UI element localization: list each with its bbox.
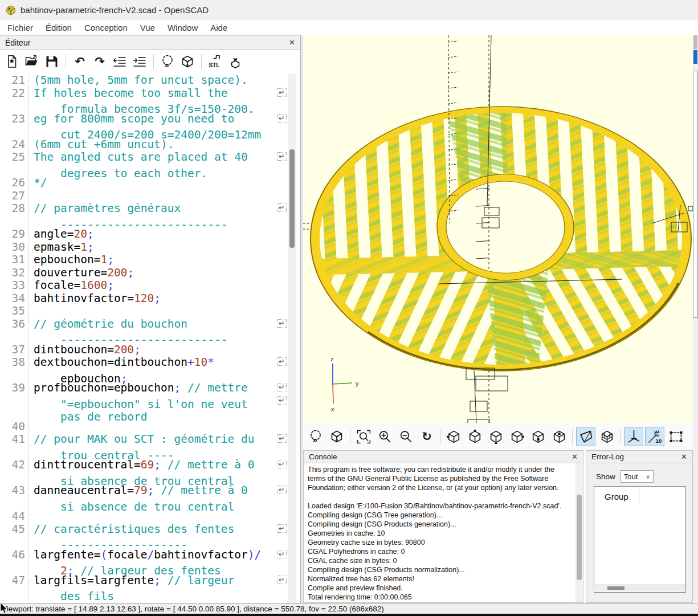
code-row[interactable]: 28// paramètres généraux↵ xyxy=(0,202,288,215)
code-row[interactable]: 22If holes become too small the↵ xyxy=(0,87,288,100)
console-output[interactable]: This program is free software; you can r… xyxy=(304,463,575,602)
zoom-all-button[interactable] xyxy=(354,427,373,446)
render-canvas[interactable]: zyx xyxy=(303,35,693,423)
close-icon[interactable]: ✕ xyxy=(681,452,687,461)
code-row[interactable]: ------------------------- xyxy=(0,215,288,229)
errorlog-filter-select[interactable]: Tout ∨ xyxy=(621,470,654,483)
right-strip-gray-thumb[interactable] xyxy=(693,35,697,49)
code-row[interactable]: 30epmask=1; xyxy=(0,241,288,254)
code-row[interactable]: 45// caractéristiques des fentes↵ xyxy=(0,523,288,536)
code-row[interactable]: 25The angled cuts are placed at 40↵ xyxy=(0,151,288,164)
close-icon[interactable]: ✕ xyxy=(572,452,578,461)
code-row[interactable]: 46largfente=(focale/bahtinovfactor)/↵ xyxy=(0,549,288,562)
code-row[interactable]: formula becomes 3f/s=150-200. xyxy=(0,100,288,113)
show-scale-markers-button[interactable]: 10 xyxy=(645,427,664,446)
preview-button[interactable]: » xyxy=(159,53,176,70)
line-number: 33 xyxy=(0,279,29,292)
console-scrollbar-thumb[interactable] xyxy=(577,495,582,580)
code-row[interactable]: 33focale=1600; xyxy=(0,279,288,292)
close-icon[interactable]: ✕ xyxy=(289,38,295,47)
code-row[interactable]: 39profbouchon=epbouchon; // mettre↵ xyxy=(0,382,288,395)
orthographic-button[interactable] xyxy=(597,427,617,446)
code-rows[interactable]: 21(5mm hole, 5mm for uncut space).22If h… xyxy=(0,74,288,603)
render-button[interactable] xyxy=(327,427,346,446)
code-row[interactable]: epbouchon; xyxy=(0,369,288,382)
code-row[interactable]: 24(6mm cut +6mm uncut). xyxy=(0,138,288,152)
toolbar-separator xyxy=(572,429,573,444)
editor-scrollbar-thumb[interactable] xyxy=(289,149,295,248)
code-row[interactable]: 2; // largeur des fentes xyxy=(0,561,288,574)
code-row[interactable]: 37dintbouchon=200; xyxy=(0,344,288,357)
code-row[interactable]: "=epbouchon" si l'on ne veut↵ xyxy=(0,395,288,408)
errorlog-hscrollbar[interactable] xyxy=(595,584,685,591)
view-bottom-button[interactable] xyxy=(486,427,505,446)
code-row[interactable]: 40 xyxy=(0,421,288,434)
code-row[interactable]: 42dinttroucentral=69; // mettre à 0↵ xyxy=(0,459,288,472)
reset-view-button[interactable]: ↻ xyxy=(417,427,436,446)
code-row[interactable]: cut 2400/s=200 s=2400/200=12mm xyxy=(0,125,288,138)
code-row[interactable]: ------------------------- xyxy=(0,331,288,344)
perspective-button[interactable] xyxy=(576,427,595,446)
code-row[interactable]: 29angle=20; xyxy=(0,228,288,241)
viewport-3d[interactable]: zyx xyxy=(303,35,693,423)
menu-item-window[interactable]: Window xyxy=(161,23,204,32)
code-row[interactable]: trou central ---- xyxy=(0,446,288,459)
zoom-out-button[interactable] xyxy=(396,427,415,446)
code-row[interactable]: 36// géométrie du bouchon↵ xyxy=(0,318,288,331)
code-row[interactable]: si absence de trou central xyxy=(0,497,288,511)
editor-scrollbar[interactable] xyxy=(288,74,296,603)
errorlog-table[interactable]: Group xyxy=(594,486,686,593)
console-header[interactable]: Console ✕ xyxy=(304,451,583,463)
preview-button[interactable]: » xyxy=(306,427,325,446)
zoom-in-button[interactable] xyxy=(375,427,394,446)
menu-item-fichier[interactable]: Fichier xyxy=(1,23,39,32)
code-row[interactable]: ------------------- xyxy=(0,536,288,549)
view-front-button[interactable] xyxy=(528,427,548,446)
code-row[interactable]: 34bahtinovfactor=120; xyxy=(0,292,288,305)
code-row[interactable]: 35 xyxy=(0,305,288,318)
errorlog-header[interactable]: Error-Log ✕ xyxy=(586,451,692,463)
open-button[interactable] xyxy=(23,53,40,70)
menu-item-vue[interactable]: Vue xyxy=(134,23,161,32)
right-strip-blue-thumb[interactable] xyxy=(693,50,697,64)
new-file-button[interactable]: ✱ xyxy=(3,53,21,70)
code-row[interactable]: 31epbouchon=1; xyxy=(0,254,288,267)
code-row[interactable]: des fils xyxy=(0,587,288,600)
code-row[interactable]: 21(5mm hole, 5mm for uncut space). xyxy=(0,74,288,87)
view-left-button[interactable] xyxy=(507,427,526,446)
code-row[interactable]: si absence de trou central xyxy=(0,472,288,485)
unindent-button[interactable] xyxy=(111,53,128,70)
menu-item-aide[interactable]: Aide xyxy=(204,23,234,32)
indent-button[interactable] xyxy=(131,53,148,70)
menu-item-edition[interactable]: Édition xyxy=(39,23,78,32)
view-back-button[interactable] xyxy=(549,427,569,446)
code-row[interactable]: 47largfils=largfente; // largeur↵ xyxy=(0,574,288,588)
view-top-button[interactable] xyxy=(465,427,484,446)
window-right-scroll-strip[interactable] xyxy=(693,35,698,603)
code-row[interactable]: 43danneaucentral=79; // mettre à 0↵ xyxy=(0,484,288,497)
save-button[interactable] xyxy=(43,53,60,70)
console-scrollbar[interactable] xyxy=(575,463,583,602)
code-row[interactable]: 26*/ xyxy=(0,177,288,190)
render-button[interactable] xyxy=(179,53,196,70)
code-row[interactable]: 38dextbouchon=dintbouchon+10*↵ xyxy=(0,356,288,369)
view-all-button[interactable] xyxy=(666,427,685,446)
code-row[interactable]: 27 xyxy=(0,190,288,203)
code-row[interactable]: 41// pour MAK ou SCT : géométrie du↵ xyxy=(0,433,288,446)
line-number: 43 xyxy=(0,484,29,497)
export-stl-button[interactable]: STL xyxy=(207,53,224,70)
view-right-button[interactable] xyxy=(444,427,463,446)
code-row[interactable]: 44 xyxy=(0,510,288,523)
undo-button[interactable]: ↶ xyxy=(71,53,88,70)
code-row[interactable]: 32douverture=200; xyxy=(0,267,288,280)
redo-button[interactable]: ↷ xyxy=(91,53,108,70)
show-axes-button[interactable] xyxy=(624,427,643,446)
code-row[interactable]: degrees to each other. xyxy=(0,164,288,177)
errorlog-hscrollbar-thumb[interactable] xyxy=(607,586,624,590)
menu-item-conception[interactable]: Conception xyxy=(78,23,134,32)
print-3d-button[interactable] xyxy=(227,53,244,70)
right-strip-track[interactable] xyxy=(693,71,698,318)
code-row[interactable]: 23eg for 800mm scope you need to↵ xyxy=(0,113,288,126)
code-row[interactable]: pas de rebord xyxy=(0,407,288,421)
editor-panel-header[interactable]: Éditeur ✕ xyxy=(0,35,300,50)
